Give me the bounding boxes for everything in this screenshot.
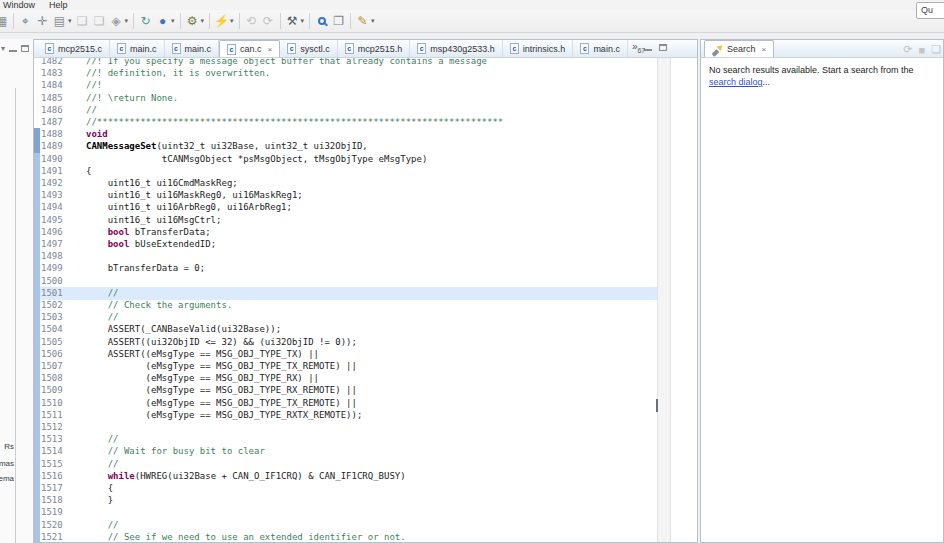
minimize-editor-icon[interactable] [644,49,652,51]
code-line-1490: 1490 tCANMsgObject *psMsgObject, tMsgObj… [34,153,697,166]
tab-intrinsics.h[interactable]: cintrinsics.h [503,40,574,57]
search-view-icon [712,44,723,55]
line-number: 1494 [41,201,81,214]
line-number: 1487 [41,116,81,129]
diff-change-marker [34,250,40,263]
close-icon[interactable]: × [268,45,273,54]
tab-search[interactable]: Search × [704,40,774,57]
trace-pencil-icon[interactable]: ✎ [354,12,371,30]
code-text: } [86,494,113,507]
search-icon[interactable] [313,12,330,30]
maximize-editor-icon[interactable] [659,44,667,51]
code-line-1501: 1501 // [34,287,697,300]
code-text: while(HWREG(ui32Base + CAN_O_IF1CRQ) & C… [86,470,406,483]
search-dialog-link[interactable]: search dialog [709,77,763,87]
diff-change-marker [34,226,40,239]
diff-change-marker [34,348,40,361]
undo-icon[interactable]: ⟲ [243,12,260,30]
flash-icon-dropdown[interactable]: ▾ [230,17,234,25]
debug-gear-icon-dropdown[interactable]: ▾ [201,17,205,25]
code-text: (eMsgType == MSG_OBJ_TYPE_TX_REMOTE) || [86,360,357,373]
target-config-icon[interactable]: ⌖ [17,12,34,30]
view-menu-icon[interactable]: ▾ [1,44,5,53]
tab-can.c[interactable]: ccan.c× [219,40,280,57]
quick-access-box[interactable]: Qu [916,2,944,19]
code-line-1505: 1505 ASSERT((ui32ObjID <= 32) && (ui32Ob… [34,336,697,349]
toolbar-separator [239,13,240,29]
code-line-1494: 1494 uint16_t ui16ArbReg0, ui16ArbReg1; [34,201,697,214]
toolbar-separator [133,13,134,29]
line-number: 1498 [41,250,81,263]
tab-mcp2515.h[interactable]: cmcp2515.h [338,40,411,57]
code-line-1513: 1513 // [34,433,697,446]
redo-icon[interactable]: ⟳ [260,12,277,30]
cancel-search-icon[interactable]: ■ [918,44,925,56]
code-line-1493: 1493 uint16_t ui16MaskReg0, ui16MaskReg1… [34,189,697,202]
run-search-again-icon[interactable]: ⟳ [903,43,912,56]
sash-divider[interactable] [15,88,16,543]
new-target-icon-dropdown[interactable]: ▾ [171,17,175,25]
left-rail: ▾ RseTramaslema [0,39,33,543]
restore-icon[interactable]: ◈ [108,12,125,30]
code-text: void [86,128,108,141]
diff-change-marker [34,299,40,312]
line-number: 1516 [41,470,81,483]
line-number: 1504 [41,323,81,336]
code-editor[interactable]: 1482//! If you specify a message object … [34,58,697,542]
code-text: // [86,287,119,300]
tab-label: mcp2515.c [58,44,102,54]
code-text: { [86,482,113,495]
memory-icon[interactable]: ▤ [51,12,68,30]
refresh-icon[interactable]: ↻ [137,12,154,30]
probe-icon[interactable]: ✛ [34,12,51,30]
tab-mcp2515.c[interactable]: cmcp2515.c [38,40,110,57]
menu-help[interactable]: Help [49,0,68,10]
diff-change-marker [34,287,40,300]
tab-sysctl.c[interactable]: csysctl.c [280,40,338,57]
tab-msp430g2533.h[interactable]: cmsp430g2533.h [410,40,503,57]
code-line-1507: 1507 (eMsgType == MSG_OBJ_TYPE_TX_REMOTE… [34,360,697,373]
diff-change-marker [34,153,40,166]
trace-pencil-icon-dropdown[interactable]: ▾ [371,17,375,25]
editor-pane: cmcp2515.ccmain.ccmain.cccan.c×csysctl.c… [33,39,698,543]
menu-window[interactable]: Window [3,0,35,10]
diff-change-marker [34,494,40,507]
minimize-icon[interactable] [9,50,17,52]
memory-icon-dropdown[interactable]: ▾ [68,17,72,25]
code-line-1506: 1506 ASSERT((eMsgType == MSG_OBJ_TYPE_TX… [34,348,697,361]
pin-search-icon[interactable]: ❏ [931,43,941,56]
debug-gear-icon[interactable]: ⚙ [184,12,201,30]
build-icon-dropdown[interactable]: ▾ [301,17,305,25]
line-number: 1512 [41,421,81,434]
build-icon[interactable]: ⚒ [284,12,301,30]
code-line-1500: 1500 [34,275,697,288]
tab-main.c[interactable]: cmain.c [573,40,628,57]
line-number: 1485 [41,92,81,105]
open-editor-icon[interactable]: ❐ [330,12,347,30]
new-target-icon[interactable]: ● [154,12,171,30]
main-toolbar: ▦⌖✛▤▾❏❏◈▾↻●▾⚙▾⚡▾⟲⟳⚒▾❐✎▾ [0,10,944,33]
restore-icon-dropdown[interactable]: ▾ [125,17,129,25]
grid-icon[interactable]: ▦ [0,12,10,30]
code-text: // [86,433,119,446]
code-text: uint16_t ui16ArbReg0, ui16ArbReg1; [86,201,292,214]
vertical-scrollbar[interactable] [657,58,671,542]
code-text: // See if we need to use an extended ide… [86,531,406,542]
code-line-1497: 1497 bool bUseExtendedID; [34,238,697,251]
code-line-1518: 1518 } [34,494,697,507]
line-number: 1491 [41,165,81,178]
tab-main.c[interactable]: cmain.c [110,40,165,57]
dump2-icon[interactable]: ❏ [91,12,108,30]
dump-icon[interactable]: ❏ [74,12,91,30]
tab-label: main.c [130,44,157,54]
line-number: 1496 [41,226,81,239]
code-line-1517: 1517 { [34,482,697,495]
diff-change-marker [34,201,40,214]
line-number: 1499 [41,262,81,275]
close-icon[interactable]: × [762,45,767,54]
clipped-label: eTramas [0,459,14,468]
tab-main.c[interactable]: cmain.c [165,40,220,57]
maximize-icon[interactable] [21,45,29,52]
flash-icon[interactable]: ⚡ [213,12,230,30]
diff-change-marker [34,275,40,288]
